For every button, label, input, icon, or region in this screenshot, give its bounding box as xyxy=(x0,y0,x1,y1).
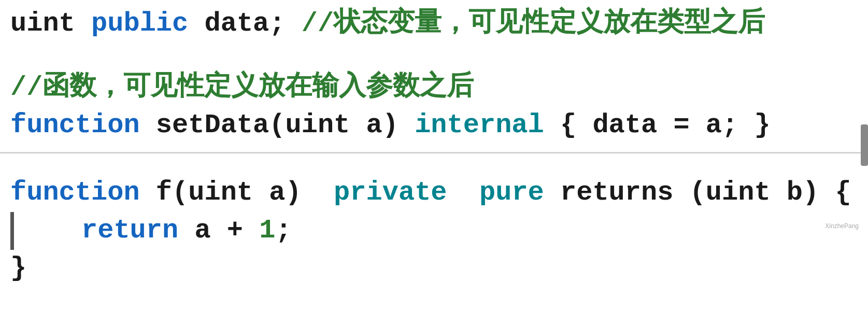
closing-brace: } xyxy=(10,250,26,288)
visibility-internal: internal xyxy=(415,107,544,145)
left-bar xyxy=(10,212,14,250)
keyword-function-2: function xyxy=(10,174,140,212)
code-line-1: uint public data; //状态变量，可见性定义放在类型之后 xyxy=(0,0,868,48)
keyword-function-1: function xyxy=(10,107,140,145)
visibility-private: private xyxy=(334,174,447,212)
code-text: setData(uint a) xyxy=(140,107,415,145)
code-text: f(uint a) xyxy=(140,174,334,212)
code-text xyxy=(447,174,479,212)
code-text: uint xyxy=(10,5,91,43)
number-1: 1 xyxy=(259,212,275,250)
comment-2: //函数，可见性定义放在输入参数之后 xyxy=(10,69,474,107)
code-line-4: function f(uint a) private pure returns … xyxy=(0,174,868,212)
code-text: data; xyxy=(188,5,301,43)
code-line-3: function setData(uint a) internal { data… xyxy=(0,107,868,145)
code-text: ; xyxy=(275,212,291,250)
scrollbar[interactable] xyxy=(861,124,868,166)
code-text: returns (uint b) { xyxy=(544,174,851,212)
code-text: a + xyxy=(178,212,259,250)
keyword-public: public xyxy=(91,5,188,43)
watermark: XinzhePang xyxy=(825,222,859,230)
code-text: { data = a; } xyxy=(544,107,771,145)
keyword-return: return xyxy=(81,212,178,250)
code-container: uint public data; //状态变量，可见性定义放在类型之后 //函… xyxy=(0,0,868,324)
code-line-5: return a + 1; xyxy=(14,212,868,250)
comment-1: //状态变量，可见性定义放在类型之后 xyxy=(302,5,765,43)
code-line-2: //函数，可见性定义放在输入参数之后 xyxy=(0,69,868,107)
visibility-pure: pure xyxy=(479,174,544,212)
code-line-6: } xyxy=(0,250,868,288)
